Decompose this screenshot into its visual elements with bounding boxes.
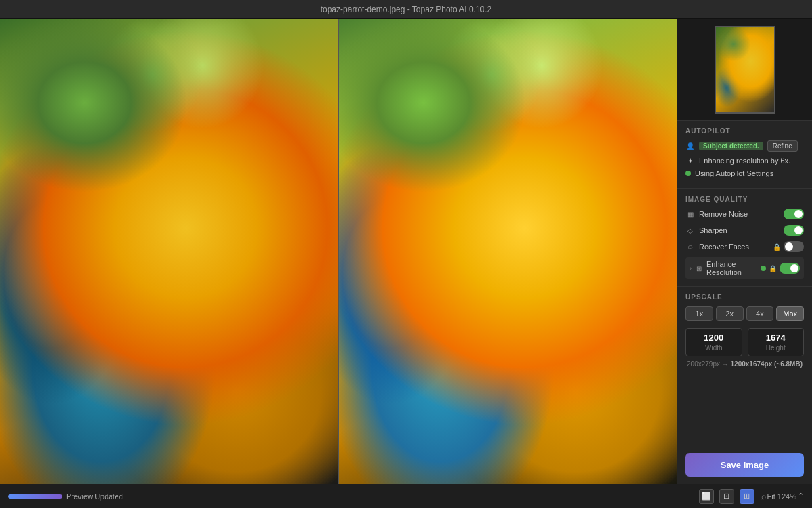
upscale-2x-button[interactable]: 2x xyxy=(716,306,744,321)
autopilot-title: AUTOPILOT xyxy=(685,127,804,135)
autopilot-subject-row: 👤 Subject detected. Refine xyxy=(685,140,804,152)
preview-label: Preview Updated xyxy=(66,492,123,501)
remove-noise-left: ▦ Remove Noise xyxy=(685,209,748,219)
fit-value: Fit 124% xyxy=(767,492,796,501)
subject-icon: 👤 xyxy=(685,142,695,151)
upscale-4x-button[interactable]: 4x xyxy=(746,306,774,321)
refine-button[interactable]: Refine xyxy=(767,140,798,152)
before-image xyxy=(0,19,338,484)
right-panel: AUTOPILOT 👤 Subject detected. Refine ✦ E… xyxy=(677,19,812,484)
thumbnail-area xyxy=(677,19,812,121)
sharpen-left: ◇ Sharpen xyxy=(685,226,727,235)
enhancing-text: Enhancing resolution by 6x. xyxy=(699,156,790,165)
enhance-resolution-label: Enhance Resolution xyxy=(706,260,761,276)
save-image-button[interactable]: Save Image xyxy=(685,453,804,477)
image-quality-section: IMAGE QUALITY ▦ Remove Noise ◇ Sharpen xyxy=(677,189,812,287)
upscale-buttons: 1x 2x 4x Max xyxy=(685,306,804,321)
fit-label: ⌕ Fit 124% ⌃ xyxy=(761,492,804,501)
resolution-target: 1200x1674px (~6.8MB) xyxy=(731,360,803,368)
window-mode-button[interactable]: ⬜ xyxy=(699,489,714,504)
fit-expand-icon: ⌃ xyxy=(798,492,804,501)
wand-icon: ✦ xyxy=(685,156,695,165)
remove-noise-toggle[interactable] xyxy=(784,209,804,219)
resolution-info: 200x279px → 1200x1674px (~6.8MB) xyxy=(685,360,804,368)
progress-fill xyxy=(8,494,62,499)
main-layout: AUTOPILOT 👤 Subject detected. Refine ✦ E… xyxy=(0,19,812,484)
chevron-icon: › xyxy=(690,265,692,272)
split-view-button[interactable]: ⊡ xyxy=(719,489,734,504)
recover-faces-toggle[interactable] xyxy=(784,241,804,252)
enhance-resolution-row[interactable]: › ⊞ Enhance Resolution 🔒 xyxy=(685,257,804,279)
dimension-row: 1200 Width 1674 Height xyxy=(685,328,804,356)
sharpen-row: ◇ Sharpen xyxy=(685,225,804,236)
autopilot-section: AUTOPILOT 👤 Subject detected. Refine ✦ E… xyxy=(677,121,812,189)
width-value: 1200 xyxy=(689,333,739,343)
recover-faces-label: Recover Faces xyxy=(699,242,749,251)
width-label: Width xyxy=(689,344,739,352)
grid-view-button[interactable]: ⊞ xyxy=(740,489,754,504)
preview-badge: Preview Updated xyxy=(8,492,123,501)
image-split xyxy=(0,19,677,484)
thumbnail xyxy=(715,26,775,114)
recover-lock-icon: 🔒 xyxy=(773,243,781,251)
autopilot-settings-row: Using Autopilot Settings xyxy=(685,169,804,177)
upscale-max-button[interactable]: Max xyxy=(776,306,804,321)
bottom-bar: Preview Updated ⬜ ⊡ ⊞ ⌕ Fit 124% ⌃ xyxy=(0,484,812,508)
enhance-icons: 🔒 xyxy=(761,263,800,274)
upscale-title: UPSCALE xyxy=(685,293,804,301)
enhance-icon: ⊞ xyxy=(694,263,704,273)
remove-noise-label: Remove Noise xyxy=(699,210,748,218)
height-label: Height xyxy=(751,344,801,352)
save-button-container: Save Image xyxy=(677,446,812,484)
upscale-section: UPSCALE 1x 2x 4x Max 1200 Width 1674 Hei… xyxy=(677,287,812,375)
bottom-icons: ⬜ ⊡ ⊞ xyxy=(699,489,754,504)
recover-faces-row: ☺ Recover Faces 🔒 xyxy=(685,241,804,252)
after-panel xyxy=(339,19,677,484)
enhance-left: › ⊞ Enhance Resolution xyxy=(690,260,761,276)
autopilot-enhancing-row: ✦ Enhancing resolution by 6x. xyxy=(685,156,804,165)
image-viewer xyxy=(0,19,677,484)
enhance-lock-icon: 🔒 xyxy=(769,265,777,272)
title-bar: topaz-parrot-demo.jpeg - Topaz Photo AI … xyxy=(0,0,812,19)
magnifier-icon: ⌕ xyxy=(761,492,766,501)
progress-bar xyxy=(8,494,62,499)
noise-icon: ▦ xyxy=(685,209,695,219)
upscale-1x-button[interactable]: 1x xyxy=(685,306,713,321)
resolution-source: 200x279px → xyxy=(687,360,731,368)
recover-faces-icon: ☺ xyxy=(685,242,695,251)
sharpen-icon: ◇ xyxy=(685,226,695,235)
green-dot-icon xyxy=(685,171,691,176)
recover-faces-left: ☺ Recover Faces xyxy=(685,242,749,251)
after-image xyxy=(339,19,677,484)
image-quality-title: IMAGE QUALITY xyxy=(685,196,804,203)
sharpen-toggle[interactable] xyxy=(784,225,804,236)
width-box: 1200 Width xyxy=(685,328,742,356)
enhance-toggle[interactable] xyxy=(780,263,800,274)
before-panel xyxy=(0,19,339,484)
autopilot-settings-text: Using Autopilot Settings xyxy=(695,169,773,177)
height-value: 1674 xyxy=(751,333,801,343)
sharpen-label: Sharpen xyxy=(699,226,727,234)
subject-tag: Subject detected. xyxy=(699,142,763,150)
enhance-dot-icon xyxy=(761,266,766,271)
remove-noise-row: ▦ Remove Noise xyxy=(685,209,804,219)
window-title: topaz-parrot-demo.jpeg - Topaz Photo AI … xyxy=(321,5,492,14)
height-box: 1674 Height xyxy=(748,328,805,356)
